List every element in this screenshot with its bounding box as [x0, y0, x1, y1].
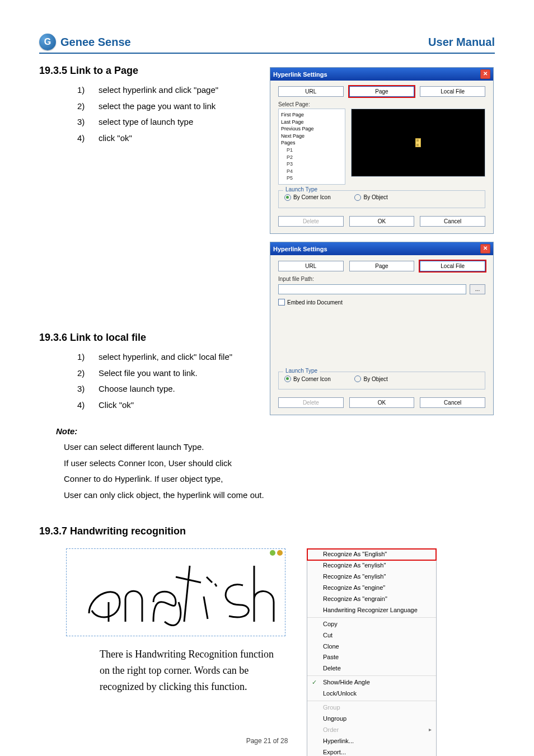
menu-recognize-4[interactable]: Recognize As "engrain"	[307, 594, 436, 605]
delete-button[interactable]: Delete	[278, 216, 344, 227]
radio-by-object[interactable]: By Object	[354, 194, 387, 201]
menu-recognize-2[interactable]: Recognize As "enylish"	[307, 571, 436, 583]
file-path-input[interactable]	[278, 284, 466, 294]
menu-recognize-top[interactable]: Recognize As "English"	[307, 549, 436, 560]
launch-type-group: Launch Type By Corner Icon By Object	[278, 190, 485, 208]
page-tree[interactable]: First Page Last Page Previous Page Next …	[278, 109, 345, 185]
menu-recognize-3[interactable]: Recognize As "engine"	[307, 583, 436, 594]
cancel-button[interactable]: Cancel	[420, 397, 485, 408]
file-path-label: Input file Path:	[270, 275, 493, 283]
dialog-titlebar: Hyperlink Settings ✕	[270, 68, 493, 81]
menu-delete[interactable]: Delete	[307, 663, 436, 674]
embed-checkbox[interactable]: Embed into Document	[270, 298, 493, 307]
brand-logo-icon	[39, 34, 56, 50]
dialog-title: Hyperlink Settings	[273, 71, 327, 78]
radio-corner-icon[interactable]: By Corner Icon	[284, 375, 331, 382]
note-heading: Note:	[56, 426, 495, 436]
section-19-3-7-heading: 19.3.7 Handwriting recognition	[39, 525, 495, 537]
hyperlink-dialog-local-file: Hyperlink Settings ✕ URL Page Local File…	[270, 242, 494, 415]
tab-local-file[interactable]: Local File	[420, 261, 485, 271]
hourglass-icon	[415, 138, 421, 147]
handwriting-caption: There is Handwriting Recognition functio…	[100, 646, 301, 694]
menu-ungroup[interactable]: Ungroup	[307, 713, 436, 725]
brand: Genee Sense	[39, 34, 131, 50]
rotate-handle-icon[interactable]	[270, 550, 275, 556]
page-footer: Page 21 of 28	[0, 737, 534, 745]
menu-clone[interactable]: Clone	[307, 641, 436, 652]
delete-button[interactable]: Delete	[278, 397, 344, 408]
select-page-label: Select Page:	[270, 100, 493, 109]
tab-local-file[interactable]: Local File	[420, 86, 485, 97]
menu-recognize-1[interactable]: Recognize As "enylish"	[307, 560, 436, 571]
tab-page[interactable]: Page	[349, 86, 415, 97]
menu-export[interactable]: Export...	[307, 747, 436, 756]
menu-handle-icon[interactable]	[277, 550, 283, 556]
menu-lock-unlock[interactable]: Lock/Unlock	[307, 688, 436, 699]
browse-button[interactable]: ...	[470, 284, 485, 294]
menu-cut[interactable]: Cut	[307, 630, 436, 641]
doc-title: User Manual	[428, 36, 495, 49]
menu-show-hide-angle[interactable]: Show/Hide Angle	[307, 677, 436, 688]
menu-paste[interactable]: Paste	[307, 652, 436, 663]
checkbox-icon	[278, 299, 285, 306]
menu-order[interactable]: Order	[307, 725, 436, 736]
handwriting-canvas[interactable]	[66, 548, 285, 636]
menu-copy[interactable]: Copy	[307, 619, 436, 630]
launch-type-group: Launch Type By Corner Icon By Object	[278, 372, 485, 389]
tab-url[interactable]: URL	[278, 86, 344, 97]
tab-page[interactable]: Page	[349, 261, 415, 271]
brand-text: Genee Sense	[60, 36, 131, 49]
dialog-titlebar: Hyperlink Settings ✕	[270, 242, 493, 255]
close-icon[interactable]: ✕	[480, 244, 490, 253]
cancel-button[interactable]: Cancel	[420, 216, 485, 227]
note-body: User can select different launch Type. I…	[64, 439, 495, 503]
dialog-title: Hyperlink Settings	[273, 246, 327, 252]
menu-group[interactable]: Group	[307, 702, 436, 713]
ok-button[interactable]: OK	[349, 397, 415, 408]
radio-corner-icon[interactable]: By Corner Icon	[284, 194, 331, 201]
page-preview	[351, 109, 485, 177]
menu-recognizer-language[interactable]: Handwriting Recognizer Language	[307, 605, 436, 616]
tab-url[interactable]: URL	[278, 261, 344, 271]
hyperlink-dialog-page: Hyperlink Settings ✕ URL Page Local File…	[270, 67, 494, 234]
radio-by-object[interactable]: By Object	[354, 375, 387, 382]
page-header: Genee Sense User Manual	[39, 34, 495, 54]
close-icon[interactable]: ✕	[480, 69, 490, 79]
context-menu: Recognize As "English" Recognize As "eny…	[307, 548, 437, 756]
ok-button[interactable]: OK	[349, 216, 415, 227]
